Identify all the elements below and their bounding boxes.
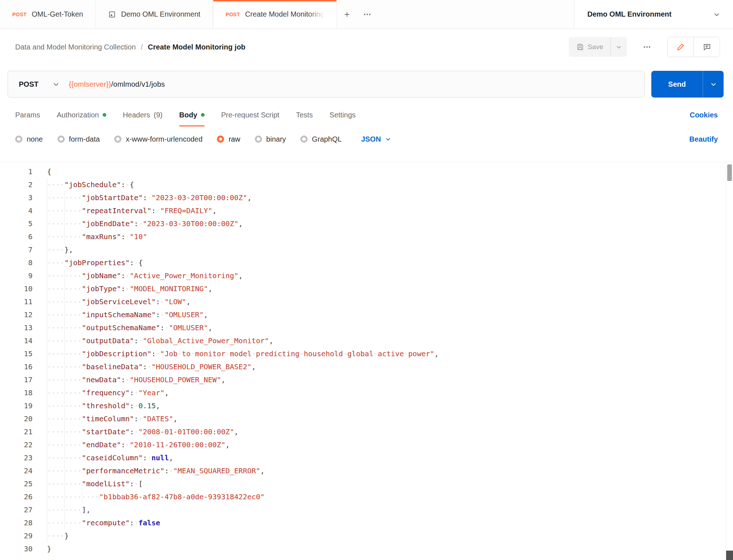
line-content[interactable]: ····"jobProperties":·{ xyxy=(47,256,143,269)
line-content[interactable]: ········"jobStartDate":·"2023-03-20T00:0… xyxy=(47,191,252,204)
code-line[interactable]: 1{ xyxy=(0,165,733,178)
line-content[interactable]: ········"baselineData":·"HOUSEHOLD_POWER… xyxy=(47,360,256,373)
beautify-link[interactable]: Beautify xyxy=(689,135,718,143)
line-content[interactable]: ············"b1bbab36-af82-47b8-a0de-939… xyxy=(47,490,265,503)
send-button[interactable]: Send xyxy=(651,71,703,98)
code-line[interactable]: 3········"jobStartDate":·"2023-03-20T00:… xyxy=(0,191,733,204)
editor-scrollbar[interactable] xyxy=(726,162,733,560)
line-content[interactable]: ········"performanceMetric":·"MEAN_SQUAR… xyxy=(47,464,265,477)
documentation-edit-button[interactable] xyxy=(668,37,694,57)
code-line[interactable]: 16········"baselineData":·"HOUSEHOLD_POW… xyxy=(0,360,733,373)
save-button[interactable]: Save xyxy=(569,37,610,57)
line-content[interactable]: ········"outputSchemaName":·"OMLUSER", xyxy=(47,321,213,334)
code-line[interactable]: 27········], xyxy=(0,503,733,516)
request-tab-create-model-monitoring[interactable]: POST Create Model Monitoring xyxy=(213,0,337,29)
line-content[interactable]: ········"jobServiceLevel":·"LOW", xyxy=(47,295,190,308)
line-content[interactable]: ········"jobEndDate":·"2023-03-30T00:00:… xyxy=(47,217,243,230)
code-line[interactable]: 7····}, xyxy=(0,243,733,256)
line-content[interactable]: ········"endDate":·"2010-11-26T00:00:00Z… xyxy=(47,438,230,451)
cookies-link[interactable]: Cookies xyxy=(690,103,718,126)
code-line[interactable]: 26············"b1bbab36-af82-47b8-a0de-9… xyxy=(0,490,733,503)
line-content[interactable]: ····} xyxy=(47,529,69,542)
tab-options-button[interactable] xyxy=(357,0,377,29)
line-content[interactable]: ········"frequency":·"Year", xyxy=(47,386,169,399)
code-line[interactable]: 21········"startDate":·"2008-01-01T00:00… xyxy=(0,425,733,438)
code-line[interactable]: 24········"performanceMetric":·"MEAN_SQU… xyxy=(0,464,733,477)
tab-params[interactable]: Params xyxy=(15,103,40,126)
new-tab-button[interactable] xyxy=(337,0,357,29)
line-content[interactable]: } xyxy=(47,542,51,555)
line-content[interactable]: ····}, xyxy=(47,243,73,256)
code-line[interactable]: 8····"jobProperties":·{ xyxy=(0,256,733,269)
code-line[interactable]: 10········"jobType":·"MODEL_MONITORING", xyxy=(0,282,733,295)
code-line[interactable]: 30} xyxy=(0,542,733,555)
line-content[interactable]: ········"threshold":·0.15, xyxy=(47,399,160,412)
line-number: 22 xyxy=(0,438,33,451)
line-content[interactable]: ········"maxRuns":·"10" xyxy=(47,230,147,243)
url-input[interactable]: {{omlserver}}/omlmod/v1/jobs xyxy=(69,80,165,89)
line-content[interactable]: ····"jobSchedule":·{ xyxy=(47,178,134,191)
environment-selector[interactable]: Demo OML Environment xyxy=(574,0,733,29)
tab-headers[interactable]: Headers (9) xyxy=(123,103,163,126)
breadcrumb-collection[interactable]: Data and Model Monitoring Collection xyxy=(15,43,136,51)
request-method-badge: POST xyxy=(226,12,240,17)
code-line[interactable]: 25········"modelList":·[ xyxy=(0,477,733,490)
tab-body[interactable]: Body xyxy=(179,103,205,126)
save-options-button[interactable] xyxy=(610,37,627,57)
body-mode-x-www-form-urlencoded[interactable]: x-www-form-urlencoded xyxy=(114,135,202,143)
line-content[interactable]: ········"outputData":·"Global_Active_Pow… xyxy=(47,334,273,347)
tab-settings[interactable]: Settings xyxy=(330,103,356,126)
line-content[interactable]: ········"jobType":·"MODEL_MONITORING", xyxy=(47,282,213,295)
more-actions-button[interactable] xyxy=(637,43,657,51)
environment-tab[interactable]: Demo OML Environment xyxy=(96,0,213,29)
line-content[interactable]: ········"recompute":·false xyxy=(47,516,160,529)
code-line[interactable]: 2····"jobSchedule":·{ xyxy=(0,178,733,191)
code-line[interactable]: 12········"inputSchemaName":·"OMLUSER", xyxy=(0,308,733,321)
code-line[interactable]: 5········"jobEndDate":·"2023-03-30T00:00… xyxy=(0,217,733,230)
code-line[interactable]: 20········"timeColumn":·"DATES", xyxy=(0,412,733,425)
code-editor[interactable]: 1{2····"jobSchedule":·{3········"jobStar… xyxy=(0,162,733,560)
line-content[interactable]: ········"jobDescription":·"Job·to·monito… xyxy=(47,347,439,360)
line-content[interactable]: ········"timeColumn":·"DATES", xyxy=(47,412,177,425)
scrollbar-thumb[interactable] xyxy=(727,164,732,181)
line-content[interactable]: ········"newData":·"HOUSEHOLD_POWER_NEW"… xyxy=(47,373,226,386)
line-content[interactable]: ········"startDate":·"2008-01-01T00:00:0… xyxy=(47,425,239,438)
code-line[interactable]: 18········"frequency":·"Year", xyxy=(0,386,733,399)
method-select[interactable]: POST xyxy=(8,80,69,89)
body-language-select[interactable]: JSON xyxy=(361,135,391,143)
body-mode-graphql[interactable]: GraphQL xyxy=(300,135,342,143)
request-tab-oml-get-token[interactable]: POST OML-Get-Token xyxy=(0,0,96,29)
code-line[interactable]: 17········"newData":·"HOUSEHOLD_POWER_NE… xyxy=(0,373,733,386)
body-mode-none[interactable]: none xyxy=(15,135,43,143)
code-lines[interactable]: 1{2····"jobSchedule":·{3········"jobStar… xyxy=(0,162,733,555)
line-content[interactable]: ········"modelList":·[ xyxy=(47,477,143,490)
code-line[interactable]: 19········"threshold":·0.15, xyxy=(0,399,733,412)
line-content[interactable]: ········"inputSchemaName":·"OMLUSER", xyxy=(47,308,208,321)
code-line[interactable]: 6········"maxRuns":·"10" xyxy=(0,230,733,243)
code-line[interactable]: 15········"jobDescription":·"Job·to·moni… xyxy=(0,347,733,360)
comments-button[interactable] xyxy=(694,37,720,57)
code-line[interactable]: 23········"caseidColumn":·null, xyxy=(0,451,733,464)
code-line[interactable]: 14········"outputData":·"Global_Active_P… xyxy=(0,334,733,347)
code-line[interactable]: 28········"recompute":·false xyxy=(0,516,733,529)
line-number: 15 xyxy=(0,347,33,360)
code-line[interactable]: 13········"outputSchemaName":·"OMLUSER", xyxy=(0,321,733,334)
tab-tests[interactable]: Tests xyxy=(296,103,313,126)
body-mode-binary[interactable]: binary xyxy=(255,135,286,143)
code-line[interactable]: 22········"endDate":·"2010-11-26T00:00:0… xyxy=(0,438,733,451)
code-line[interactable]: 4········"repeatInterval":·"FREQ=DAILY", xyxy=(0,204,733,217)
line-content[interactable]: { xyxy=(47,165,51,178)
send-options-button[interactable] xyxy=(703,71,724,98)
tab-pre-request-script[interactable]: Pre-request Script xyxy=(221,103,279,126)
tab-authorization[interactable]: Authorization xyxy=(57,103,106,126)
radio-icon xyxy=(15,135,22,143)
line-content[interactable]: ········], xyxy=(47,503,90,516)
code-line[interactable]: 9········"jobName":·"Active_Power_Monito… xyxy=(0,269,733,282)
line-content[interactable]: ········"caseidColumn":·null, xyxy=(47,451,173,464)
line-content[interactable]: ········"repeatInterval":·"FREQ=DAILY", xyxy=(47,204,217,217)
code-line[interactable]: 29····} xyxy=(0,529,733,542)
body-mode-form-data[interactable]: form-data xyxy=(57,135,100,143)
body-mode-raw[interactable]: raw xyxy=(217,135,240,143)
code-line[interactable]: 11········"jobServiceLevel":·"LOW", xyxy=(0,295,733,308)
line-content[interactable]: ········"jobName":·"Active_Power_Monitor… xyxy=(47,269,243,282)
